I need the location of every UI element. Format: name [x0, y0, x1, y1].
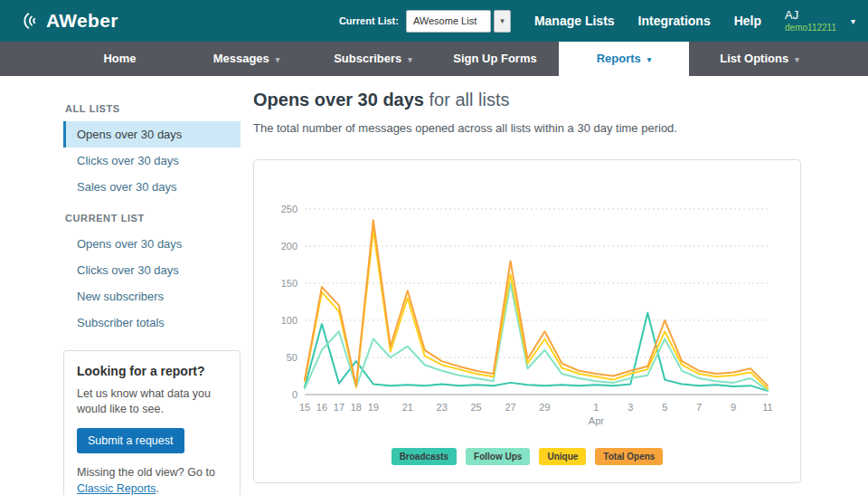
x-tick-label: 19 [368, 402, 379, 413]
current-list-dropdown-button[interactable]: ▾ [494, 10, 511, 33]
chart-legend: BroadcastsFollow UpsUniqueTotal Opens [254, 448, 800, 465]
sidebar-item-clicks-current[interactable]: Clicks over 30 days [63, 257, 241, 283]
user-menu[interactable]: AJ demo112211 [785, 8, 836, 33]
aweber-logo[interactable]: AWeber [22, 10, 118, 32]
y-tick-label: 100 [281, 315, 297, 326]
x-tick-label: 16 [316, 402, 327, 413]
y-tick-label: 250 [281, 204, 297, 214]
sidebar-item-sales-all-lists[interactable]: Sales over 30 days [63, 174, 241, 200]
x-tick-label: 5 [662, 402, 667, 413]
help-link[interactable]: Help [734, 14, 761, 28]
report-box-title: Looking for a report? [77, 364, 227, 378]
opens-line-chart: 0501001502002501516171819212325272913579… [261, 193, 795, 442]
sidebar-heading-all-lists: ALL LISTS [65, 103, 241, 114]
page-subtitle: The total number of messages opened acro… [253, 121, 677, 135]
nav-item-label: List Options [720, 52, 788, 65]
nav-item-home[interactable]: Home [63, 42, 176, 76]
main-nav: Home Messages▾ Subscribers▾ Sign Up Form… [0, 42, 868, 76]
classic-reports-link[interactable]: Classic Reports [77, 482, 156, 495]
sidebar-item-opens-all-lists[interactable]: Opens over 30 days [63, 121, 241, 148]
sidebar-item-opens-current[interactable]: Opens over 30 days [63, 231, 241, 257]
x-tick-label: 7 [696, 402, 702, 413]
x-tick-label: 23 [437, 402, 448, 413]
chevron-down-icon: ▾ [408, 55, 412, 64]
report-request-box: Looking for a report? Let us know what d… [63, 350, 241, 495]
x-tick-label: 18 [351, 402, 362, 413]
legend-pill-broadcasts[interactable]: Broadcasts [392, 448, 457, 465]
x-tick-label: 15 [299, 402, 310, 413]
page-title-suffix: for all lists [424, 90, 509, 109]
submit-request-button[interactable]: Submit a request [77, 428, 184, 453]
y-tick-label: 200 [281, 241, 297, 252]
x-axis-month-label: Apr [589, 415, 604, 426]
x-tick-label: 11 [762, 402, 772, 413]
nav-item-label: Subscribers [334, 52, 401, 65]
footer-text: Missing the old view? Go to [77, 466, 215, 479]
broadcast-arcs-icon [22, 11, 42, 31]
legend-pill-total-opens[interactable]: Total Opens [595, 448, 663, 465]
chevron-down-icon: ▾ [647, 55, 652, 64]
top-bar: AWeber Current List: AWesome List ▾ Mana… [0, 0, 868, 42]
nav-item-list-options[interactable]: List Options▾ [698, 42, 821, 76]
series-line-unique [305, 230, 768, 388]
nav-item-messages[interactable]: Messages▾ [185, 42, 307, 76]
x-tick-label: 3 [627, 402, 633, 413]
x-tick-label: 17 [334, 402, 344, 413]
y-tick-label: 50 [287, 352, 297, 363]
chevron-down-icon: ▾ [500, 16, 505, 25]
chart-panel: 0501001502002501516171819212325272913579… [253, 159, 801, 483]
sidebar-item-subscriber-totals[interactable]: Subscriber totals [63, 309, 241, 336]
y-tick-label: 0 [292, 389, 297, 400]
brand-text: AWeber [46, 10, 118, 32]
nav-item-label: Reports [597, 52, 641, 65]
legend-pill-follow-ups[interactable]: Follow Ups [466, 448, 530, 465]
footer-period: . [156, 482, 159, 495]
reports-sidebar: ALL LISTS Opens over 30 days Clicks over… [63, 94, 241, 495]
x-tick-label: 29 [539, 402, 550, 413]
user-initials: AJ [785, 8, 836, 23]
integrations-link[interactable]: Integrations [638, 14, 711, 28]
current-list-label: Current List: [339, 15, 399, 26]
page-title-main: Opens over 30 days [253, 90, 424, 109]
nav-item-signup-forms[interactable]: Sign Up Forms [434, 42, 556, 76]
x-tick-label: 25 [471, 402, 482, 413]
nav-item-label: Home [103, 52, 136, 65]
y-tick-label: 150 [281, 278, 297, 289]
chevron-down-icon: ▾ [276, 55, 280, 64]
x-tick-label: 21 [402, 402, 413, 413]
x-tick-label: 9 [731, 402, 736, 413]
series-line-total-opens [305, 220, 768, 386]
nav-item-label: Messages [213, 52, 269, 65]
legend-pill-unique[interactable]: Unique [539, 448, 586, 465]
report-box-footer: Missing the old view? Go to Classic Repo… [77, 464, 227, 495]
sidebar-item-clicks-all-lists[interactable]: Clicks over 30 days [63, 148, 241, 174]
manage-lists-link[interactable]: Manage Lists [534, 14, 615, 28]
nav-item-reports[interactable]: Reports▾ [559, 42, 689, 76]
sidebar-item-new-subscribers[interactable]: New subscribers [63, 283, 241, 309]
current-list-select[interactable]: AWesome List [406, 10, 491, 33]
user-account: demo112211 [785, 23, 836, 33]
sidebar-heading-current-list: CURRENT LIST [65, 213, 241, 224]
page-title: Opens over 30 days for all lists [253, 90, 509, 110]
x-tick-label: 27 [505, 402, 515, 413]
nav-item-subscribers[interactable]: Subscribers▾ [312, 42, 434, 76]
current-list-value: AWesome List [413, 15, 476, 26]
user-menu-chevron-icon[interactable]: ▾ [851, 16, 855, 26]
chevron-down-icon: ▾ [795, 55, 799, 64]
report-box-body: Let us know what data you would like to … [77, 386, 227, 417]
nav-item-label: Sign Up Forms [453, 52, 536, 65]
x-tick-label: 1 [593, 402, 599, 413]
